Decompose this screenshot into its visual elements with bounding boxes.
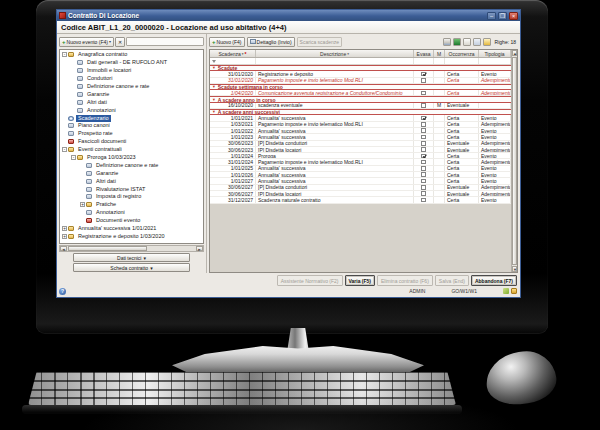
column-header-evasa[interactable]: Evasa xyxy=(414,50,434,57)
tree-expander-icon[interactable]: + xyxy=(62,226,67,231)
scroll-left-icon[interactable]: ◄ xyxy=(60,246,67,251)
copy-icon[interactable] xyxy=(463,38,471,46)
footer-button-abbandona-f7[interactable]: Abbandona (F7) xyxy=(471,275,517,286)
footer-button-assistente-normativo-f2[interactable]: Assistente Normativo (F2) xyxy=(277,275,343,286)
tree-item[interactable]: Garanzie xyxy=(60,169,203,177)
tree-item[interactable]: Garanzie xyxy=(60,90,203,98)
tree-item[interactable]: Piano canoni xyxy=(60,122,203,130)
evasa-checkbox[interactable] xyxy=(421,141,426,146)
footer-button-elimina-contratto-f6[interactable]: Elimina contratto (F6) xyxy=(377,275,433,286)
dati-tecnici-button[interactable]: Dati tecnici ▾ xyxy=(73,253,190,262)
tree-item[interactable]: Annotazioni xyxy=(60,209,203,217)
table-row[interactable]: 31/12/2027Scadenza naturale contrattoCer… xyxy=(210,197,511,203)
tree-expander-icon[interactable]: - xyxy=(62,52,67,57)
new-event-button[interactable]: + Nuovo evento (F4) ▾ xyxy=(59,37,114,47)
tree-expander-icon[interactable]: + xyxy=(62,234,67,239)
evasa-checkbox[interactable] xyxy=(421,128,426,133)
evasa-checkbox[interactable] xyxy=(421,179,426,184)
tree-item-label: Annualita' successiva 1/01/2021 xyxy=(76,225,158,232)
excel-export-icon[interactable] xyxy=(453,38,461,46)
group-collapse-icon[interactable]: ▼ xyxy=(212,110,216,114)
evasa-checkbox[interactable] xyxy=(421,160,426,165)
filter-cell[interactable] xyxy=(414,58,434,64)
table-vertical-scrollbar[interactable]: ▲ ▼ xyxy=(511,50,517,272)
tree-item[interactable]: Definizione canone e rate xyxy=(60,161,203,169)
column-header-m[interactable]: M xyxy=(434,50,445,57)
group-collapse-icon[interactable]: ▼ xyxy=(212,66,216,70)
filter-cell[interactable] xyxy=(210,58,256,64)
evasa-checkbox[interactable] xyxy=(421,198,426,203)
scrollbar-thumb[interactable] xyxy=(512,57,517,265)
evasa-checkbox[interactable] xyxy=(421,103,426,108)
filter-cell[interactable] xyxy=(434,58,445,64)
evasa-checkbox[interactable] xyxy=(421,154,426,159)
tree-item[interactable]: Conduttori xyxy=(60,75,203,83)
tree-item[interactable]: Fascicoli documenti xyxy=(60,138,203,146)
tree-item[interactable]: Rivalutazione ISTAT xyxy=(60,185,203,193)
tree-horizontal-scrollbar[interactable]: ◄ ► xyxy=(59,245,204,252)
tree-expander-icon[interactable]: + xyxy=(80,202,85,207)
tree-item[interactable]: Scadenzario xyxy=(60,114,203,122)
nuovo-button[interactable]: + Nuovo (F4) xyxy=(209,37,245,47)
tree-item[interactable]: -Eventi contrattuali xyxy=(60,146,203,154)
evasa-checkbox[interactable] xyxy=(421,147,426,152)
filter-row[interactable] xyxy=(210,58,511,65)
evasa-checkbox[interactable] xyxy=(421,116,426,121)
evasa-checkbox[interactable] xyxy=(421,185,426,190)
scarica-scadenze-button[interactable]: Scarica scadenze xyxy=(297,37,342,47)
tree-item[interactable]: Immobili e locatori xyxy=(60,67,203,75)
close-button[interactable]: × xyxy=(509,12,518,20)
maximize-button[interactable]: ❒ xyxy=(498,12,507,20)
column-header-descrizione[interactable]: Descrizione ▾ xyxy=(256,50,414,57)
tree-item[interactable]: Dati generali - DE RUFOLO ANT xyxy=(60,59,203,67)
tree-item[interactable]: Annotazioni xyxy=(60,106,203,114)
group-collapse-icon[interactable]: ▼ xyxy=(212,85,216,89)
tree-item[interactable]: +Annualita' successiva 1/01/2021 xyxy=(60,225,203,233)
tree-expander-icon[interactable]: - xyxy=(71,155,76,160)
group-collapse-icon[interactable]: ▼ xyxy=(212,98,216,102)
minimize-button[interactable]: – xyxy=(487,12,496,20)
print-icon[interactable] xyxy=(443,38,451,46)
tree-item[interactable]: -Anagrafica contratto xyxy=(60,51,203,59)
tree-item[interactable]: Altri dati xyxy=(60,177,203,185)
evasa-checkbox[interactable] xyxy=(421,166,426,171)
footer-button-salva-end[interactable]: Salva (End) xyxy=(435,275,469,286)
evasa-checkbox[interactable] xyxy=(421,172,426,177)
tree-filter-box[interactable] xyxy=(126,37,204,46)
tree-item[interactable]: Altri dati xyxy=(60,98,203,106)
evasa-checkbox[interactable] xyxy=(421,91,426,96)
column-header-scadenza[interactable]: Scadenza ▾ * xyxy=(210,50,256,57)
filter-cell[interactable] xyxy=(445,58,479,64)
scroll-right-icon[interactable]: ► xyxy=(196,246,203,251)
column-label: M xyxy=(437,51,441,57)
scroll-up-icon[interactable]: ▲ xyxy=(512,50,517,56)
tree-item[interactable]: Definizione canone e rate xyxy=(60,83,203,91)
column-header-occorrenza[interactable]: Occorrenza xyxy=(445,50,479,57)
window-titlebar[interactable]: Contratto Di Locazione – ❒ × xyxy=(57,10,520,21)
evasa-checkbox[interactable] xyxy=(421,122,426,127)
evasa-checkbox[interactable] xyxy=(421,78,426,83)
dettaglio-button[interactable]: Dettaglio (Invio) xyxy=(247,37,295,47)
scheda-contratto-button[interactable]: Scheda contratto ▾ xyxy=(73,263,190,272)
grid-view-icon[interactable] xyxy=(473,38,481,46)
cell-descrizione: Annualita' successiva xyxy=(256,172,414,177)
tree-item[interactable]: Documenti evento xyxy=(60,217,203,225)
scroll-down-icon[interactable]: ▼ xyxy=(512,266,517,272)
filter-cell[interactable] xyxy=(479,58,511,64)
tree-item[interactable]: Imposta di registro xyxy=(60,193,203,201)
tree-item[interactable]: Prospetto rate xyxy=(60,130,203,138)
footer-button-varia-f5[interactable]: Varia (F5) xyxy=(345,275,376,286)
filter-cell[interactable] xyxy=(256,58,414,64)
evasa-checkbox[interactable] xyxy=(421,191,426,196)
tree-item[interactable]: +Pratiche xyxy=(60,201,203,209)
scrollbar-thumb[interactable] xyxy=(68,246,147,251)
tree-item[interactable]: -Proroga 10/03/2023 xyxy=(60,154,203,162)
delete-event-button[interactable]: ✕ xyxy=(115,37,125,47)
filter-icon[interactable] xyxy=(483,38,491,46)
column-header-tipologia[interactable]: Tipologia xyxy=(479,50,511,57)
help-icon[interactable]: ? xyxy=(59,288,66,295)
tree-expander-icon[interactable]: - xyxy=(62,147,67,152)
tree-item[interactable]: +Registrazione e deposito 1/03/2020 xyxy=(60,232,203,240)
evasa-checkbox[interactable] xyxy=(421,135,426,140)
evasa-checkbox[interactable] xyxy=(421,72,426,77)
